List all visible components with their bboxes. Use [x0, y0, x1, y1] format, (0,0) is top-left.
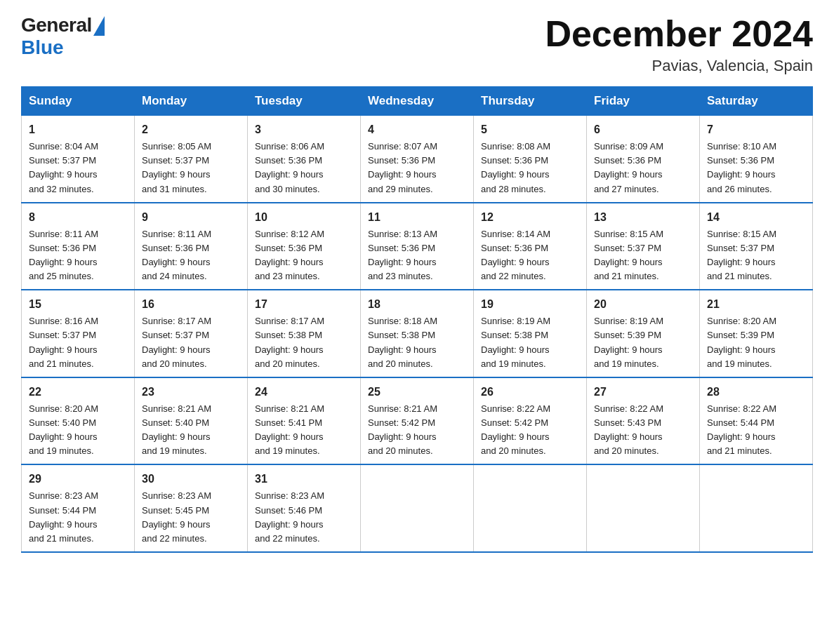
- calendar-cell: 13Sunrise: 8:15 AMSunset: 5:37 PMDayligh…: [587, 203, 700, 290]
- day-number: 23: [142, 384, 240, 401]
- day-number: 15: [29, 296, 127, 313]
- calendar-cell: 6Sunrise: 8:09 AMSunset: 5:36 PMDaylight…: [587, 116, 700, 203]
- day-info: Sunrise: 8:21 AMSunset: 5:40 PMDaylight:…: [142, 402, 240, 459]
- day-info: Sunrise: 8:18 AMSunset: 5:38 PMDaylight:…: [368, 314, 466, 371]
- calendar-cell: 15Sunrise: 8:16 AMSunset: 5:37 PMDayligh…: [22, 290, 135, 377]
- calendar-cell: 11Sunrise: 8:13 AMSunset: 5:36 PMDayligh…: [361, 203, 474, 290]
- day-number: 5: [481, 121, 579, 138]
- day-info: Sunrise: 8:06 AMSunset: 5:36 PMDaylight:…: [255, 140, 353, 196]
- day-number: 22: [29, 384, 127, 401]
- day-info: Sunrise: 8:09 AMSunset: 5:36 PMDaylight:…: [594, 140, 692, 196]
- day-number: 8: [29, 209, 127, 226]
- calendar-cell: 24Sunrise: 8:21 AMSunset: 5:41 PMDayligh…: [248, 377, 361, 465]
- calendar-cell: 7Sunrise: 8:10 AMSunset: 5:36 PMDaylight…: [700, 116, 813, 203]
- day-info: Sunrise: 8:11 AMSunset: 5:36 PMDaylight:…: [29, 227, 127, 284]
- day-info: Sunrise: 8:07 AMSunset: 5:36 PMDaylight:…: [368, 140, 466, 196]
- calendar-week-row: 22Sunrise: 8:20 AMSunset: 5:40 PMDayligh…: [22, 377, 813, 465]
- day-number: 27: [594, 384, 692, 401]
- calendar-cell: 5Sunrise: 8:08 AMSunset: 5:36 PMDaylight…: [474, 116, 587, 203]
- calendar-cell: 9Sunrise: 8:11 AMSunset: 5:36 PMDaylight…: [135, 203, 248, 290]
- day-info: Sunrise: 8:11 AMSunset: 5:36 PMDaylight:…: [142, 227, 240, 284]
- calendar-cell: 26Sunrise: 8:22 AMSunset: 5:42 PMDayligh…: [474, 377, 587, 465]
- calendar-cell: 20Sunrise: 8:19 AMSunset: 5:39 PMDayligh…: [587, 290, 700, 377]
- day-number: 11: [368, 209, 466, 226]
- calendar-cell: 16Sunrise: 8:17 AMSunset: 5:37 PMDayligh…: [135, 290, 248, 377]
- day-info: Sunrise: 8:15 AMSunset: 5:37 PMDaylight:…: [707, 227, 805, 284]
- day-info: Sunrise: 8:23 AMSunset: 5:45 PMDaylight:…: [142, 489, 240, 546]
- day-number: 18: [368, 296, 466, 313]
- logo: General Blue: [21, 14, 105, 59]
- calendar-cell: 2Sunrise: 8:05 AMSunset: 5:37 PMDaylight…: [135, 116, 248, 203]
- calendar-header-row: Sunday Monday Tuesday Wednesday Thursday…: [22, 87, 813, 116]
- day-number: 2: [142, 121, 240, 138]
- calendar-cell: 12Sunrise: 8:14 AMSunset: 5:36 PMDayligh…: [474, 203, 587, 290]
- day-info: Sunrise: 8:08 AMSunset: 5:36 PMDaylight:…: [481, 140, 579, 196]
- day-number: 25: [368, 384, 466, 401]
- day-info: Sunrise: 8:17 AMSunset: 5:38 PMDaylight:…: [255, 314, 353, 371]
- day-info: Sunrise: 8:23 AMSunset: 5:44 PMDaylight:…: [29, 489, 127, 546]
- day-number: 17: [255, 296, 353, 313]
- day-info: Sunrise: 8:21 AMSunset: 5:42 PMDaylight:…: [368, 402, 466, 459]
- location-title: Pavias, Valencia, Spain: [545, 57, 813, 75]
- day-info: Sunrise: 8:15 AMSunset: 5:37 PMDaylight:…: [594, 227, 692, 284]
- page-header: General Blue December 2024 Pavias, Valen…: [21, 14, 813, 75]
- calendar-cell: [361, 464, 474, 552]
- day-info: Sunrise: 8:19 AMSunset: 5:39 PMDaylight:…: [594, 314, 692, 371]
- day-number: 19: [481, 296, 579, 313]
- calendar-cell: 4Sunrise: 8:07 AMSunset: 5:36 PMDaylight…: [361, 116, 474, 203]
- logo-blue-text: Blue: [21, 36, 64, 59]
- day-number: 4: [368, 121, 466, 138]
- calendar-cell: 17Sunrise: 8:17 AMSunset: 5:38 PMDayligh…: [248, 290, 361, 377]
- calendar-cell: 10Sunrise: 8:12 AMSunset: 5:36 PMDayligh…: [248, 203, 361, 290]
- calendar-cell: 8Sunrise: 8:11 AMSunset: 5:36 PMDaylight…: [22, 203, 135, 290]
- calendar-cell: 22Sunrise: 8:20 AMSunset: 5:40 PMDayligh…: [22, 377, 135, 465]
- calendar-cell: [474, 464, 587, 552]
- calendar-cell: [700, 464, 813, 552]
- calendar-cell: 29Sunrise: 8:23 AMSunset: 5:44 PMDayligh…: [22, 464, 135, 552]
- calendar-cell: 3Sunrise: 8:06 AMSunset: 5:36 PMDaylight…: [248, 116, 361, 203]
- day-info: Sunrise: 8:22 AMSunset: 5:44 PMDaylight:…: [707, 402, 805, 459]
- day-number: 6: [594, 121, 692, 138]
- calendar-week-row: 29Sunrise: 8:23 AMSunset: 5:44 PMDayligh…: [22, 464, 813, 552]
- logo-triangle-icon: [93, 16, 105, 36]
- logo-general-text: General: [21, 14, 92, 36]
- day-info: Sunrise: 8:22 AMSunset: 5:43 PMDaylight:…: [594, 402, 692, 459]
- day-info: Sunrise: 8:04 AMSunset: 5:37 PMDaylight:…: [29, 140, 127, 196]
- day-number: 1: [29, 121, 127, 138]
- day-info: Sunrise: 8:05 AMSunset: 5:37 PMDaylight:…: [142, 140, 240, 196]
- col-wednesday: Wednesday: [361, 87, 474, 116]
- day-number: 14: [707, 209, 805, 226]
- calendar-cell: 28Sunrise: 8:22 AMSunset: 5:44 PMDayligh…: [700, 377, 813, 465]
- day-info: Sunrise: 8:14 AMSunset: 5:36 PMDaylight:…: [481, 227, 579, 284]
- day-info: Sunrise: 8:17 AMSunset: 5:37 PMDaylight:…: [142, 314, 240, 371]
- calendar-cell: 21Sunrise: 8:20 AMSunset: 5:39 PMDayligh…: [700, 290, 813, 377]
- day-number: 30: [142, 471, 240, 488]
- day-info: Sunrise: 8:10 AMSunset: 5:36 PMDaylight:…: [707, 140, 805, 196]
- day-number: 26: [481, 384, 579, 401]
- calendar-cell: 1Sunrise: 8:04 AMSunset: 5:37 PMDaylight…: [22, 116, 135, 203]
- day-info: Sunrise: 8:20 AMSunset: 5:39 PMDaylight:…: [707, 314, 805, 371]
- day-number: 20: [594, 296, 692, 313]
- day-number: 29: [29, 471, 127, 488]
- col-saturday: Saturday: [700, 87, 813, 116]
- calendar-cell: 30Sunrise: 8:23 AMSunset: 5:45 PMDayligh…: [135, 464, 248, 552]
- calendar-cell: 18Sunrise: 8:18 AMSunset: 5:38 PMDayligh…: [361, 290, 474, 377]
- col-friday: Friday: [587, 87, 700, 116]
- title-block: December 2024 Pavias, Valencia, Spain: [545, 14, 813, 75]
- calendar-cell: [587, 464, 700, 552]
- day-number: 13: [594, 209, 692, 226]
- calendar-table: Sunday Monday Tuesday Wednesday Thursday…: [21, 86, 813, 553]
- day-info: Sunrise: 8:19 AMSunset: 5:38 PMDaylight:…: [481, 314, 579, 371]
- col-tuesday: Tuesday: [248, 87, 361, 116]
- calendar-cell: 31Sunrise: 8:23 AMSunset: 5:46 PMDayligh…: [248, 464, 361, 552]
- day-info: Sunrise: 8:21 AMSunset: 5:41 PMDaylight:…: [255, 402, 353, 459]
- day-info: Sunrise: 8:12 AMSunset: 5:36 PMDaylight:…: [255, 227, 353, 284]
- month-title: December 2024: [545, 14, 813, 54]
- calendar-cell: 14Sunrise: 8:15 AMSunset: 5:37 PMDayligh…: [700, 203, 813, 290]
- day-number: 12: [481, 209, 579, 226]
- day-number: 24: [255, 384, 353, 401]
- day-info: Sunrise: 8:20 AMSunset: 5:40 PMDaylight:…: [29, 402, 127, 459]
- day-number: 16: [142, 296, 240, 313]
- calendar-cell: 23Sunrise: 8:21 AMSunset: 5:40 PMDayligh…: [135, 377, 248, 465]
- calendar-cell: 27Sunrise: 8:22 AMSunset: 5:43 PMDayligh…: [587, 377, 700, 465]
